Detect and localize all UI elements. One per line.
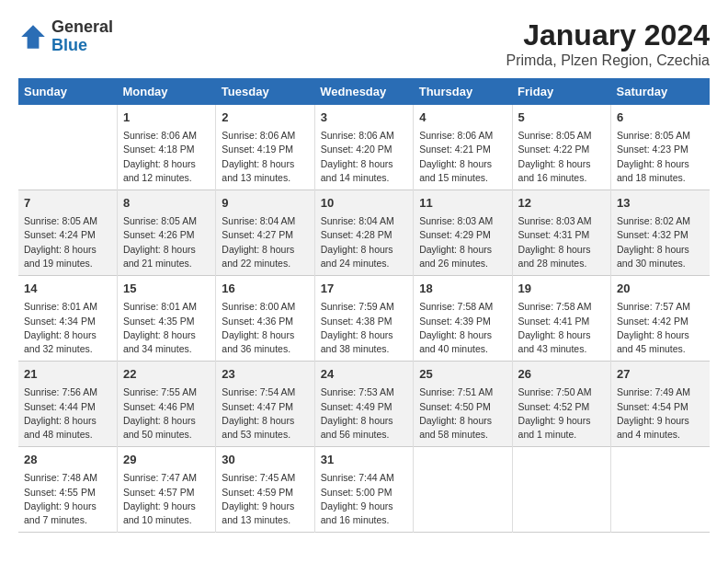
cell-content: Sunrise: 7:55 AM Sunset: 4:46 PM Dayligh…: [123, 385, 210, 442]
cell-content: Sunrise: 8:06 AM Sunset: 4:19 PM Dayligh…: [222, 129, 308, 185]
calendar-cell: 24Sunrise: 7:53 AM Sunset: 4:49 PM Dayli…: [314, 362, 413, 447]
logo-line2: Blue: [51, 36, 87, 54]
day-number: 4: [419, 109, 506, 126]
cell-content: Sunrise: 8:05 AM Sunset: 4:23 PM Dayligh…: [617, 129, 704, 185]
calendar-cell: 20Sunrise: 7:57 AM Sunset: 4:42 PM Dayli…: [611, 276, 710, 362]
calendar-cell: 16Sunrise: 8:00 AM Sunset: 4:36 PM Dayli…: [216, 276, 314, 362]
calendar-cell: 1Sunrise: 8:06 AM Sunset: 4:18 PM Daylig…: [117, 105, 215, 190]
calendar-cell: 25Sunrise: 7:51 AM Sunset: 4:50 PM Dayli…: [414, 362, 512, 447]
day-number: 13: [617, 195, 704, 212]
cell-content: Sunrise: 8:01 AM Sunset: 4:34 PM Dayligh…: [24, 300, 111, 356]
day-number: 23: [222, 366, 308, 383]
cell-content: Sunrise: 7:44 AM Sunset: 5:00 PM Dayligh…: [321, 471, 407, 527]
day-number: 30: [222, 452, 308, 468]
calendar-header: SundayMondayTuesdayWednesdayThursdayFrid…: [18, 78, 710, 105]
cell-content: Sunrise: 8:06 AM Sunset: 4:20 PM Dayligh…: [321, 129, 407, 185]
day-number: 9: [222, 195, 308, 212]
cell-content: Sunrise: 7:50 AM Sunset: 4:52 PM Dayligh…: [518, 385, 605, 442]
calendar-cell: 28Sunrise: 7:48 AM Sunset: 4:55 PM Dayli…: [18, 447, 117, 533]
cell-content: Sunrise: 7:53 AM Sunset: 4:49 PM Dayligh…: [321, 385, 407, 442]
cell-content: Sunrise: 8:03 AM Sunset: 4:31 PM Dayligh…: [518, 214, 605, 270]
calendar-table: SundayMondayTuesdayWednesdayThursdayFrid…: [18, 78, 710, 533]
calendar-cell: 19Sunrise: 7:58 AM Sunset: 4:41 PM Dayli…: [512, 276, 610, 362]
calendar-cell: 27Sunrise: 7:49 AM Sunset: 4:54 PM Dayli…: [611, 362, 710, 447]
day-number: 3: [321, 109, 407, 126]
calendar-cell: 29Sunrise: 7:47 AM Sunset: 4:57 PM Dayli…: [117, 447, 215, 533]
calendar-cell: 13Sunrise: 8:02 AM Sunset: 4:32 PM Dayli…: [611, 190, 710, 276]
cell-content: Sunrise: 7:57 AM Sunset: 4:42 PM Dayligh…: [617, 300, 704, 356]
calendar-cell: [512, 447, 610, 533]
calendar-cell: 6Sunrise: 8:05 AM Sunset: 4:23 PM Daylig…: [611, 105, 710, 190]
calendar-cell: [18, 105, 117, 190]
logo-text: General Blue: [51, 18, 113, 55]
logo: General Blue: [18, 18, 113, 55]
day-number: 26: [518, 366, 605, 383]
day-number: 31: [321, 452, 407, 468]
day-header-sunday: Sunday: [18, 78, 117, 105]
day-number: 5: [518, 109, 605, 126]
day-header-tuesday: Tuesday: [216, 78, 314, 105]
cell-content: Sunrise: 8:05 AM Sunset: 4:26 PM Dayligh…: [123, 214, 210, 270]
day-number: 27: [617, 366, 704, 383]
day-number: 12: [518, 195, 605, 212]
cell-content: Sunrise: 8:05 AM Sunset: 4:24 PM Dayligh…: [24, 214, 111, 270]
title-area: January 2024 Primda, Plzen Region, Czech…: [506, 18, 710, 69]
day-header-monday: Monday: [117, 78, 215, 105]
cell-content: Sunrise: 8:06 AM Sunset: 4:18 PM Dayligh…: [123, 129, 210, 185]
calendar-cell: 12Sunrise: 8:03 AM Sunset: 4:31 PM Dayli…: [512, 190, 610, 276]
calendar-body: 1Sunrise: 8:06 AM Sunset: 4:18 PM Daylig…: [18, 105, 710, 533]
cell-content: Sunrise: 8:01 AM Sunset: 4:35 PM Dayligh…: [123, 300, 210, 356]
day-header-thursday: Thursday: [414, 78, 512, 105]
svg-marker-0: [21, 25, 45, 49]
day-number: 10: [321, 195, 407, 212]
page-title: January 2024: [506, 18, 710, 52]
calendar-cell: 23Sunrise: 7:54 AM Sunset: 4:47 PM Dayli…: [216, 362, 314, 447]
day-header-wednesday: Wednesday: [314, 78, 413, 105]
cell-content: Sunrise: 7:59 AM Sunset: 4:38 PM Dayligh…: [321, 300, 407, 356]
page-subtitle: Primda, Plzen Region, Czechia: [506, 52, 710, 69]
day-number: 15: [123, 281, 210, 297]
calendar-cell: 15Sunrise: 8:01 AM Sunset: 4:35 PM Dayli…: [117, 276, 215, 362]
days-of-week-row: SundayMondayTuesdayWednesdayThursdayFrid…: [18, 78, 710, 105]
calendar-cell: 11Sunrise: 8:03 AM Sunset: 4:29 PM Dayli…: [414, 190, 512, 276]
calendar-cell: 9Sunrise: 8:04 AM Sunset: 4:27 PM Daylig…: [216, 190, 314, 276]
logo-line1: General: [51, 17, 113, 36]
calendar-cell: 17Sunrise: 7:59 AM Sunset: 4:38 PM Dayli…: [314, 276, 413, 362]
calendar-cell: 18Sunrise: 7:58 AM Sunset: 4:39 PM Dayli…: [414, 276, 512, 362]
logo-icon: [18, 22, 48, 52]
week-row-2: 7Sunrise: 8:05 AM Sunset: 4:24 PM Daylig…: [18, 190, 710, 276]
cell-content: Sunrise: 7:56 AM Sunset: 4:44 PM Dayligh…: [24, 385, 111, 442]
day-number: 24: [321, 366, 407, 383]
day-number: 8: [123, 195, 210, 212]
calendar-cell: 3Sunrise: 8:06 AM Sunset: 4:20 PM Daylig…: [314, 105, 413, 190]
cell-content: Sunrise: 7:45 AM Sunset: 4:59 PM Dayligh…: [222, 471, 308, 527]
day-number: 18: [419, 281, 506, 297]
calendar-cell: 7Sunrise: 8:05 AM Sunset: 4:24 PM Daylig…: [18, 190, 117, 276]
cell-content: Sunrise: 8:06 AM Sunset: 4:21 PM Dayligh…: [419, 129, 506, 185]
cell-content: Sunrise: 7:48 AM Sunset: 4:55 PM Dayligh…: [24, 471, 111, 527]
cell-content: Sunrise: 8:04 AM Sunset: 4:27 PM Dayligh…: [222, 214, 308, 270]
day-number: 22: [123, 366, 210, 383]
calendar-cell: 26Sunrise: 7:50 AM Sunset: 4:52 PM Dayli…: [512, 362, 610, 447]
day-number: 21: [24, 366, 111, 383]
cell-content: Sunrise: 7:49 AM Sunset: 4:54 PM Dayligh…: [617, 385, 704, 442]
calendar-cell: 31Sunrise: 7:44 AM Sunset: 5:00 PM Dayli…: [314, 447, 413, 533]
cell-content: Sunrise: 8:02 AM Sunset: 4:32 PM Dayligh…: [617, 214, 704, 270]
cell-content: Sunrise: 8:03 AM Sunset: 4:29 PM Dayligh…: [419, 214, 506, 270]
cell-content: Sunrise: 8:05 AM Sunset: 4:22 PM Dayligh…: [518, 129, 605, 185]
day-number: 19: [518, 281, 605, 297]
day-number: 1: [123, 109, 210, 126]
calendar-cell: 14Sunrise: 8:01 AM Sunset: 4:34 PM Dayli…: [18, 276, 117, 362]
cell-content: Sunrise: 7:58 AM Sunset: 4:41 PM Dayligh…: [518, 300, 605, 356]
cell-content: Sunrise: 7:58 AM Sunset: 4:39 PM Dayligh…: [419, 300, 506, 356]
calendar-cell: [414, 447, 512, 533]
calendar-cell: 21Sunrise: 7:56 AM Sunset: 4:44 PM Dayli…: [18, 362, 117, 447]
calendar-cell: 22Sunrise: 7:55 AM Sunset: 4:46 PM Dayli…: [117, 362, 215, 447]
calendar-cell: 5Sunrise: 8:05 AM Sunset: 4:22 PM Daylig…: [512, 105, 610, 190]
day-number: 2: [222, 109, 308, 126]
day-number: 16: [222, 281, 308, 297]
day-number: 11: [419, 195, 506, 212]
calendar-cell: [611, 447, 710, 533]
day-header-friday: Friday: [512, 78, 610, 105]
day-header-saturday: Saturday: [611, 78, 710, 105]
